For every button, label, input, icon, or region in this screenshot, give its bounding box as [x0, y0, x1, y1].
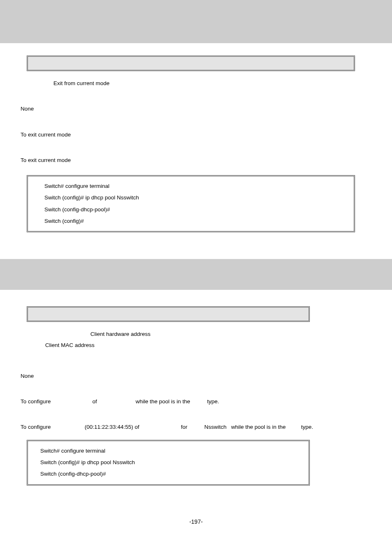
page-number: -197-: [21, 486, 371, 525]
cli-line: Switch# configure terminal: [44, 180, 337, 192]
cli-line: Switch (config)# ip dhcp pool Nsswitch: [40, 457, 296, 468]
syntax-box-2: [27, 306, 310, 322]
cli-line: Switch# configure terminal: [40, 445, 296, 457]
desc-exit: Exit from current mode: [21, 79, 371, 88]
example-intro-2: To configure (00:11:22:33:44:55) of for …: [21, 423, 313, 431]
default-none-1: None: [21, 105, 371, 113]
section-header-bar-2: [0, 259, 392, 290]
cli-line: Switch (config-dhcp-pool)#: [44, 204, 337, 215]
cli-line: Switch (config)#: [44, 215, 337, 227]
cli-line: Switch (config)# ip dhcp pool Nsswitch: [44, 192, 337, 204]
syntax-box-1: [27, 56, 355, 71]
cli-line: Switch (config-dhcp-pool)#: [40, 468, 296, 480]
param-hw-label: Client hardware address: [21, 330, 371, 338]
example-box-1: Switch# configure terminal Switch (confi…: [27, 175, 355, 232]
example-box-2: Switch# configure terminal Switch (confi…: [27, 440, 310, 486]
usage-1: To exit current mode: [21, 131, 371, 139]
param-mac-label: Client MAC address: [21, 341, 371, 349]
section-header-bar: [0, 0, 392, 43]
usage-2: To configure of while the pool is in the…: [21, 398, 219, 406]
default-none-2: None: [21, 372, 371, 380]
example-intro-1: To exit current mode: [21, 156, 371, 164]
